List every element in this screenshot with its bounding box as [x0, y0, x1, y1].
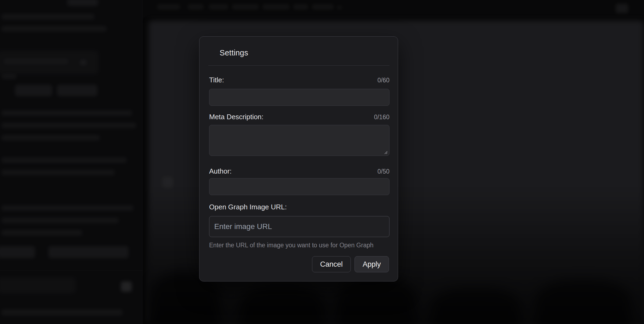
- meta-description-char-counter: 0/160: [374, 114, 389, 121]
- dialog-title: Settings: [220, 48, 248, 57]
- meta-description-label: Meta Description:: [209, 113, 263, 121]
- og-image-label-row: Open Graph Image URL:: [209, 203, 389, 211]
- title-char-counter: 0/60: [377, 77, 389, 84]
- og-image-url-label: Open Graph Image URL:: [209, 203, 287, 211]
- dialog-title-divider: [208, 65, 389, 66]
- author-char-counter: 0/50: [377, 168, 389, 175]
- og-image-url-input[interactable]: [209, 216, 389, 237]
- cancel-button[interactable]: Cancel: [312, 256, 351, 272]
- title-input[interactable]: [209, 89, 389, 106]
- title-label: Title:: [209, 76, 224, 84]
- meta-description-textarea[interactable]: [209, 125, 389, 156]
- dialog-button-row: Cancel Apply: [312, 256, 389, 272]
- apply-button[interactable]: Apply: [355, 256, 389, 272]
- og-image-helper-text: Enter the URL of the image you want to u…: [209, 242, 389, 249]
- author-input[interactable]: [209, 178, 389, 195]
- meta-description-label-row: Meta Description: 0/160: [209, 113, 389, 121]
- author-label-row: Author: 0/50: [209, 167, 389, 175]
- author-label: Author:: [209, 167, 232, 175]
- title-label-row: Title: 0/60: [209, 76, 389, 84]
- settings-dialog: Settings Title: 0/60 Meta Description: 0…: [199, 36, 398, 281]
